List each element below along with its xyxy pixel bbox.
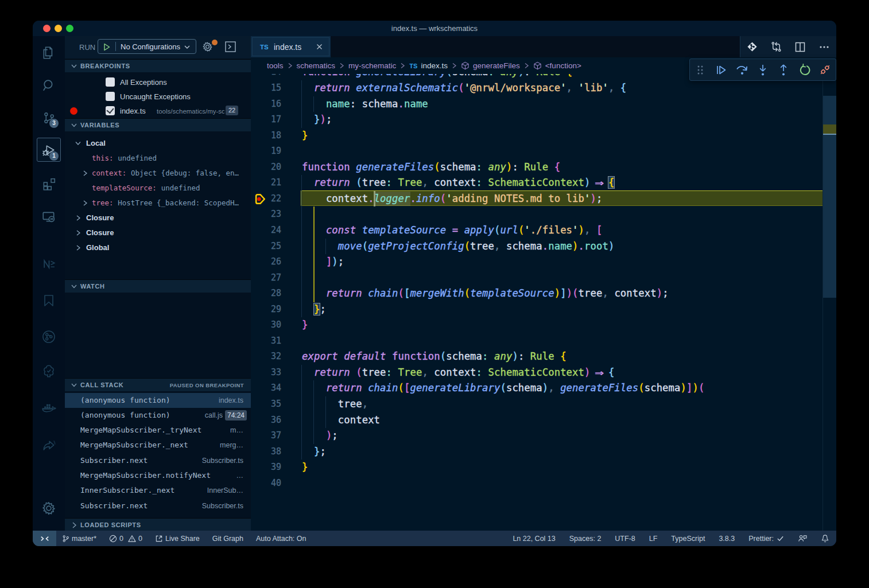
activity-bar-item-git-graph[interactable] xyxy=(33,323,65,351)
section-header-variables[interactable]: VARIABLES xyxy=(65,118,251,131)
status-auto-attach[interactable]: Auto Attach: On xyxy=(256,535,307,543)
status-language-mode[interactable]: TypeScript xyxy=(671,535,705,543)
code-line-26: 26 ]); xyxy=(251,254,836,270)
call-stack-frame[interactable]: Subscriber.nextSubscriber.ts xyxy=(65,453,251,468)
remote-indicator[interactable] xyxy=(33,531,56,546)
token: schema xyxy=(506,240,542,252)
disconnect-button[interactable] xyxy=(815,63,836,76)
status-eol[interactable]: LF xyxy=(649,535,658,543)
more-actions-button[interactable] xyxy=(812,41,836,53)
section-header-call-stack[interactable]: CALL STACKPAUSED ON BREAKPOINT xyxy=(65,378,251,391)
breadcrumb-item[interactable]: <function> xyxy=(533,61,581,70)
status-encoding[interactable]: UTF-8 xyxy=(615,535,635,543)
variable-row[interactable]: templateSource:undefined xyxy=(65,181,251,196)
token: Tree xyxy=(398,367,422,378)
code-text: return chain([mergeWith(templateSource)]… xyxy=(302,286,669,302)
status-indentation[interactable]: Spaces: 2 xyxy=(569,535,602,543)
editor-scrollbar[interactable] xyxy=(823,36,836,531)
breakpoint-checkbox[interactable] xyxy=(106,106,115,115)
token: ) xyxy=(572,240,578,252)
status-notifications[interactable] xyxy=(821,534,829,543)
tab-index-ts[interactable]: TS index.ts xyxy=(251,36,331,57)
status-prettier[interactable]: Prettier: xyxy=(748,535,784,543)
breakpoint-row[interactable]: index.tstools/schematics/my-sch...22 xyxy=(65,104,251,118)
breadcrumb-item[interactable]: my-schematic xyxy=(348,61,396,70)
call-stack-frame[interactable]: Subscriber.nextSubscriber.ts xyxy=(65,499,251,513)
activity-bar-item-run-and-debug[interactable] xyxy=(33,137,65,164)
breakpoint-row[interactable]: All Exceptions xyxy=(65,75,251,89)
activity-bar-item-manage[interactable] xyxy=(33,494,65,522)
breadcrumb-item[interactable]: schematics xyxy=(297,61,336,70)
section-header-loaded-scripts[interactable]: LOADED SCRIPTS xyxy=(65,518,251,531)
activity-bar-item-remote-explorer[interactable] xyxy=(33,203,65,231)
breakpoint-checkbox[interactable] xyxy=(106,77,115,87)
call-stack-frame[interactable]: InnerSubscriber._nextInnerSub… xyxy=(65,483,251,498)
variable-row[interactable]: tree:HostTree {_backend: ScopedH… xyxy=(65,196,251,211)
activity-bar-item-extensions[interactable] xyxy=(33,170,65,197)
current-breakpoint-arrow-icon[interactable] xyxy=(254,193,267,205)
variable-row[interactable]: context:Object {debug: false, en… xyxy=(65,166,251,181)
status-cursor-position[interactable]: Ln 22, Col 13 xyxy=(513,535,555,543)
call-stack-frame[interactable]: MergeMapSubscriber.notifyNext… xyxy=(65,468,251,483)
activity-bar-item-search[interactable] xyxy=(33,72,65,99)
split-editor-button[interactable] xyxy=(789,41,813,53)
step-out-button[interactable] xyxy=(773,64,794,76)
status-feedback[interactable] xyxy=(798,534,807,543)
open-debug-console-icon[interactable] xyxy=(225,41,236,52)
status-git-branch[interactable]: master* xyxy=(62,535,96,543)
git-graph-view-button[interactable] xyxy=(740,41,765,53)
step-over-button[interactable] xyxy=(732,63,752,77)
status-live-share[interactable]: Live Share xyxy=(155,535,200,543)
step-into-button[interactable] xyxy=(752,64,773,76)
line-number: 21 xyxy=(251,175,281,191)
remote-explorer-icon xyxy=(41,209,56,224)
scope-name: Closure xyxy=(86,225,114,240)
call-stack-frame[interactable]: MergeMapSubscriber._nextmerg… xyxy=(65,438,251,453)
section-title: BREAKPOINTS xyxy=(80,60,130,73)
call-stack-frame[interactable]: (anonymous function)index.ts xyxy=(65,393,251,408)
activity-bar-item-nx-console[interactable] xyxy=(33,250,65,278)
token: { xyxy=(560,351,566,362)
activity-bar-item-docker[interactable] xyxy=(33,394,65,422)
call-stack-frame[interactable]: MergeMapSubscriber._tryNextm… xyxy=(65,423,251,438)
status-ts-version[interactable]: 3.8.3 xyxy=(719,535,735,543)
restart-button[interactable] xyxy=(794,64,814,76)
activity-bar-item-project-share[interactable] xyxy=(33,432,65,460)
status-bar: master*00Live ShareGit GraphAuto Attach:… xyxy=(33,531,836,546)
code-area[interactable]: 14function generateLibrary(schema: any):… xyxy=(251,36,836,531)
section-title: WATCH xyxy=(80,280,105,293)
open-changes-button[interactable] xyxy=(765,41,789,53)
token xyxy=(428,177,434,188)
scope-local[interactable]: Local xyxy=(65,136,251,151)
launch-configuration-dropdown[interactable]: No Configurations xyxy=(98,39,196,54)
token: ( xyxy=(500,382,506,394)
activity-bar-item-test-explorer[interactable] xyxy=(33,357,65,385)
continue-button[interactable] xyxy=(711,64,731,76)
status-git-graph[interactable]: Git Graph xyxy=(212,535,243,543)
call-stack-frame[interactable]: (anonymous function)call.js74:24 xyxy=(65,408,251,423)
token xyxy=(302,398,338,410)
variable-row[interactable]: this:undefined xyxy=(65,151,251,166)
code-line-31: 31 xyxy=(251,333,836,349)
section-header-breakpoints[interactable]: BREAKPOINTS xyxy=(65,59,251,72)
start-debug-icon[interactable] xyxy=(102,42,111,52)
status-problems[interactable]: 00 xyxy=(109,535,142,543)
token xyxy=(302,430,326,441)
breadcrumb-item[interactable]: TSindex.ts xyxy=(409,61,448,70)
token xyxy=(302,256,326,267)
activity-bar-item-bookmarks[interactable] xyxy=(33,287,65,314)
breadcrumb-item[interactable]: generateFiles xyxy=(461,61,520,70)
activity-bar-item-explorer[interactable] xyxy=(33,39,65,67)
scope-global-2[interactable]: Global xyxy=(65,240,251,255)
breakpoint-row[interactable]: Uncaught Exceptions xyxy=(65,89,251,104)
section-header-watch[interactable]: WATCH xyxy=(65,279,251,293)
token: ] xyxy=(560,287,566,299)
breadcrumb-item[interactable]: tools xyxy=(267,61,284,70)
title-bar: index.ts — wrkschematics xyxy=(33,21,836,36)
scope-closure-1[interactable]: Closure xyxy=(65,225,251,240)
breakpoint-checkbox[interactable] xyxy=(106,92,115,101)
scope-closure-0[interactable]: Closure xyxy=(65,211,251,225)
tab-close-icon[interactable] xyxy=(315,36,324,57)
activity-bar-item-source-control[interactable] xyxy=(33,104,65,131)
line-number: 20 xyxy=(251,159,281,176)
